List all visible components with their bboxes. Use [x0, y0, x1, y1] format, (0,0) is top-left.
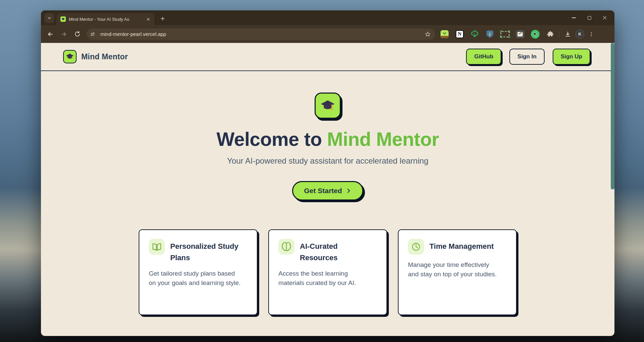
brain-icon — [278, 239, 294, 255]
card-body: Manage your time effectively and stay on… — [408, 260, 501, 279]
url-bar[interactable]: mind-mentor-pearl.vercel.app — [87, 28, 435, 40]
new-tab-button[interactable] — [158, 14, 167, 23]
downloads-button[interactable] — [562, 27, 573, 41]
back-button[interactable] — [44, 27, 57, 41]
forward-arrow-icon — [60, 31, 67, 38]
tab-search-button[interactable] — [44, 13, 54, 23]
page-title: Welcome to Mind Mentor — [41, 129, 614, 150]
github-button[interactable]: GitHub — [466, 49, 501, 65]
toolbar-divider — [559, 31, 559, 38]
hero-subtitle: Your AI-powered study assistant for acce… — [41, 156, 614, 166]
minimize-icon — [572, 17, 576, 18]
maximize-button[interactable] — [582, 10, 597, 25]
plus-icon — [160, 16, 165, 21]
back-arrow-icon — [47, 31, 54, 38]
card-personalized-study-plans: Personalized Study Plans Get tailored st… — [139, 229, 258, 315]
sign-up-button[interactable]: Sign Up — [553, 49, 590, 65]
reload-button[interactable] — [71, 27, 84, 41]
screenshot-selection-extension-icon[interactable] — [500, 30, 510, 39]
image-annotation-extension-icon[interactable] — [515, 30, 525, 39]
brand-name: Mind Mentor — [81, 52, 128, 61]
card-body: Get tailored study plans based on your g… — [149, 269, 242, 288]
graduation-cap-icon — [63, 50, 77, 63]
card-title: AI-Curated Resources — [300, 239, 377, 264]
chevron-right-icon — [346, 188, 352, 194]
page-title-highlight: Mind Mentor — [327, 128, 439, 150]
get-started-button[interactable]: Get Started — [292, 181, 363, 201]
chevron-down-icon — [47, 16, 52, 20]
bookmark-star-icon[interactable] — [423, 30, 432, 39]
card-body: Access the best learning materials curat… — [278, 269, 372, 288]
header-nav: GitHub Sign In Sign Up — [466, 49, 590, 65]
hero-graduation-cap-icon — [315, 93, 341, 119]
browser-menu-button[interactable] — [586, 27, 596, 41]
site-settings-icon[interactable] — [88, 30, 97, 39]
cursor-click-extension-icon[interactable] — [531, 30, 540, 39]
card-title: Time Management — [429, 239, 494, 252]
feature-cards: Personalized Study Plans Get tailored st… — [41, 229, 614, 315]
card-title: Personalized Study Plans — [170, 239, 247, 264]
notion-extension-icon[interactable]: N — [455, 30, 464, 39]
plant-extension-icon[interactable] — [440, 30, 449, 39]
book-open-icon — [149, 239, 165, 255]
window-controls — [566, 10, 612, 25]
site-header: Mind Mentor GitHub Sign In Sign Up — [41, 43, 614, 71]
clock-icon — [408, 239, 424, 255]
shield-pound-extension-icon[interactable]: £ — [485, 30, 495, 39]
sign-in-button[interactable]: Sign In — [509, 49, 545, 65]
scrollbar-thumb[interactable] — [611, 43, 614, 189]
url-text: mind-mentor-pearl.vercel.app — [100, 31, 423, 37]
profile-button[interactable]: K — [573, 27, 586, 41]
page-viewport: Mind Mentor GitHub Sign In Sign Up Welco… — [41, 43, 614, 336]
browser-toolbar: mind-mentor-pearl.vercel.app N £ — [41, 25, 614, 43]
tab-close-icon[interactable] — [145, 16, 151, 22]
extensions-row: N £ — [440, 30, 555, 39]
maximize-icon — [588, 16, 591, 20]
extensions-puzzle-icon[interactable] — [546, 30, 555, 39]
profile-avatar: K — [576, 30, 584, 39]
card-ai-curated-resources: AI-Curated Resources Access the best lea… — [268, 229, 387, 315]
browser-tab[interactable]: Mind Mentor - Your AI Study As — [56, 13, 154, 25]
close-icon — [602, 15, 607, 20]
close-button[interactable] — [597, 10, 612, 25]
three-dot-menu-icon — [589, 32, 594, 37]
reload-icon — [74, 31, 81, 37]
download-icon — [564, 31, 571, 38]
cloud-download-extension-icon[interactable] — [470, 30, 479, 39]
browser-window: Mind Mentor - Your AI Study As — [41, 10, 614, 336]
brand[interactable]: Mind Mentor — [63, 50, 128, 63]
hero-section: Welcome to Mind Mentor Your AI-powered s… — [41, 71, 614, 315]
tab-favicon-icon — [60, 16, 66, 22]
card-time-management: Time Management Manage your time effecti… — [398, 229, 517, 315]
tab-bar: Mind Mentor - Your AI Study As — [41, 10, 614, 25]
forward-button[interactable] — [57, 27, 71, 41]
tab-title: Mind Mentor - Your AI Study As — [69, 17, 145, 22]
minimize-button[interactable] — [566, 10, 582, 25]
